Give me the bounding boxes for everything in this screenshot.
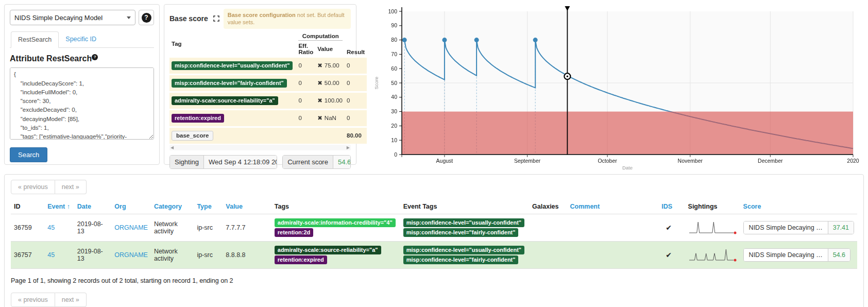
pagination-summary: Page 1 of 1, showing 2 records out of 2 … — [11, 277, 857, 284]
cell-date: 2019-08-13 — [74, 214, 112, 242]
svg-text:0: 0 — [394, 151, 397, 158]
next-page-button[interactable]: next » — [55, 180, 87, 194]
tab-specific-id[interactable]: Specific ID — [59, 31, 103, 47]
col-score[interactable]: Score — [740, 199, 857, 214]
cell-category: Network activity — [151, 242, 194, 269]
cell-id: 36759 — [11, 214, 44, 242]
base-score-row: misp:confidence-level="fairly-confident"… — [169, 74, 367, 92]
score-value: 37.41 — [828, 221, 854, 234]
svg-text:December: December — [758, 158, 783, 164]
multiply-icon: ✖ — [317, 62, 322, 69]
cell-comment — [567, 242, 659, 269]
tag-badge[interactable]: misp:confidence-level="fairly-confident" — [403, 228, 519, 237]
top-section: NIDS Simple Decaying Model ? RestSearch … — [0, 0, 868, 168]
sighting-group: Sighting Wed Sep 4 12:18:09 2019 — [169, 155, 277, 169]
sighting-label: Sighting — [170, 156, 204, 168]
svg-text:Score: Score — [373, 77, 379, 90]
tag-badge[interactable]: retention:2d — [275, 228, 314, 237]
multiply-icon: ✖ — [317, 115, 322, 121]
col-event[interactable]: Event ↑ — [44, 199, 74, 214]
svg-text:30: 30 — [391, 108, 397, 114]
expand-icon[interactable] — [213, 15, 219, 22]
base-score-row: misp:confidence-level="usually-confident… — [169, 57, 367, 74]
org-link[interactable]: ORGNAME — [114, 251, 148, 259]
tag-badge[interactable]: misp:confidence-level="usually-confident… — [403, 218, 524, 227]
current-score-value: 54.60 — [333, 156, 351, 168]
svg-text:90: 90 — [391, 22, 397, 28]
base-score-badge: base_score — [172, 131, 213, 141]
svg-text:September: September — [514, 158, 541, 164]
tag-badge[interactable]: admiralty-scale:information-credibility=… — [275, 218, 396, 227]
ids-check-icon: ✔ — [661, 251, 672, 259]
model-select[interactable]: NIDS Simple Decaying Model — [10, 10, 135, 25]
tag-badge[interactable]: retention:expired — [275, 255, 327, 264]
current-score-label: Current score — [283, 156, 333, 168]
model-help-button[interactable]: ? — [139, 10, 154, 25]
cell-type: ip-src — [194, 242, 223, 269]
tag-badge[interactable]: misp:confidence-level="usually-confident… — [403, 246, 524, 254]
col-id: ID — [11, 199, 44, 214]
search-tabs: RestSearch Specific ID — [10, 31, 154, 48]
previous-page-button[interactable]: « previous — [11, 293, 55, 307]
tag-badge[interactable]: misp:confidence-level="fairly-confident" — [403, 255, 519, 264]
col-computation: Computation — [296, 32, 345, 42]
base-score-title: Base score — [169, 14, 208, 23]
col-value[interactable]: Value — [223, 199, 271, 214]
score-group: NIDS Simple Decaying … 54.6 — [743, 248, 850, 262]
svg-text:80: 80 — [391, 37, 397, 43]
score-model-button[interactable]: NIDS Simple Decaying … — [744, 221, 828, 234]
svg-text:70: 70 — [391, 51, 397, 57]
horizontal-scrollbar[interactable]: ◀ ▶ — [169, 145, 351, 150]
base-score-row: retention:expired 0 ✖NaN 0 — [169, 109, 367, 127]
sightings-sparkline — [688, 229, 737, 236]
col-value: Value — [315, 42, 345, 57]
col-category[interactable]: Category — [151, 199, 194, 214]
svg-text:November: November — [678, 158, 703, 164]
scroll-right-icon[interactable]: ▶ — [347, 145, 350, 150]
next-page-button[interactable]: next » — [55, 293, 87, 307]
decay-chart[interactable]: 0102030405060708090100AugustSeptemberOct… — [361, 4, 864, 168]
col-comment[interactable]: Comment — [567, 199, 659, 214]
tab-restsearch[interactable]: RestSearch — [11, 31, 59, 48]
org-link[interactable]: ORGNAME — [114, 224, 148, 231]
cell-tags: admiralty-scale:information-credibility=… — [271, 214, 400, 242]
tag-badge: admiralty-scale:source-reliability="a" — [172, 96, 278, 105]
base-score-row: admiralty-scale:source-reliability="a" 0… — [169, 92, 367, 109]
previous-page-button[interactable]: « previous — [11, 180, 55, 194]
sighting-value: Wed Sep 4 12:18:09 2019 — [204, 156, 277, 168]
search-button[interactable]: Search — [10, 147, 47, 162]
multiply-icon: ✖ — [317, 97, 322, 104]
col-type[interactable]: Type — [194, 199, 223, 214]
col-event-tags: Event Tags — [400, 199, 529, 214]
cell-value: 8.8.8.8 — [223, 242, 271, 269]
current-score-group: Current score 54.60 — [282, 155, 351, 169]
col-sightings: Sightings — [685, 199, 740, 214]
event-link[interactable]: 45 — [47, 224, 55, 231]
scroll-left-icon[interactable]: ◀ — [171, 145, 174, 150]
svg-text:40: 40 — [391, 94, 397, 100]
question-icon: ? — [142, 13, 151, 23]
pagination-top: « previous next » — [11, 180, 87, 194]
multiply-icon: ✖ — [317, 80, 322, 86]
cell-id: 36757 — [11, 242, 44, 269]
score-model-button[interactable]: NIDS Simple Decaying … — [744, 249, 828, 261]
tag-badge: misp:confidence-level="usually-confident… — [172, 61, 293, 70]
col-org[interactable]: Org — [111, 199, 151, 214]
svg-text:50: 50 — [391, 80, 397, 86]
cell-galaxies — [529, 214, 567, 242]
restsearch-body-input[interactable]: { "includeDecayScore": 1, "includeFullMo… — [10, 67, 154, 140]
sort-asc-icon: ↑ — [67, 203, 70, 210]
base-score-panel: Base score Base score configuration not … — [164, 4, 356, 165]
decay-chart-svg[interactable]: 0102030405060708090100AugustSeptemberOct… — [361, 4, 864, 174]
attribute-row: 36757 45 2019-08-13 ORGNAME Network acti… — [11, 242, 857, 269]
col-date[interactable]: Date — [74, 199, 112, 214]
event-link[interactable]: 45 — [47, 251, 55, 259]
tag-badge[interactable]: admiralty-scale:source-reliability="a" — [275, 246, 381, 254]
col-galaxies: Galaxies — [529, 199, 567, 214]
col-tags: Tags — [271, 199, 400, 214]
sightings-sparkline — [688, 257, 737, 264]
base-score-table: Tag Computation Result Eff. Ratio Value … — [169, 32, 367, 144]
svg-text:October: October — [598, 158, 617, 164]
col-ids[interactable]: IDS — [658, 199, 685, 214]
cell-galaxies — [529, 242, 567, 269]
